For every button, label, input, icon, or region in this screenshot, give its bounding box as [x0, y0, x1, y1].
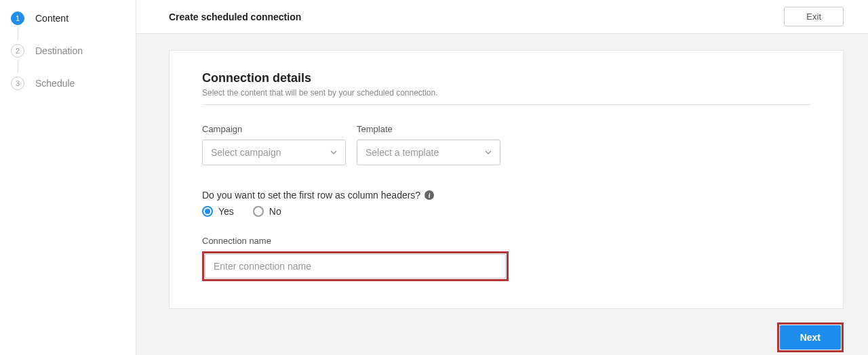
wizard-sidebar: 1 Content 2 Destination 3 Schedule — [0, 0, 136, 355]
step-label: Destination — [35, 45, 83, 56]
step-content[interactable]: 1 Content — [11, 8, 125, 28]
details-card: Connection details Select the content th… — [169, 50, 844, 309]
radio-no-label: No — [269, 206, 281, 217]
radio-yes-label: Yes — [218, 206, 234, 217]
next-button-highlight: Next — [777, 322, 844, 352]
connection-name-field: Connection name — [202, 236, 810, 281]
question-text: Do you want to set the first row as colu… — [202, 190, 420, 201]
campaign-field: Campaign Select campaign — [202, 124, 346, 165]
radio-no[interactable]: No — [253, 206, 281, 217]
radio-dot — [205, 209, 210, 214]
page-header: Create scheduled connection Exit — [136, 0, 868, 34]
section-subtitle: Select the content that will be sent by … — [202, 88, 810, 105]
connection-name-input[interactable] — [205, 254, 506, 278]
step-connector — [18, 28, 18, 41]
step-number: 1 — [11, 12, 24, 25]
chevron-down-icon — [330, 149, 337, 156]
campaign-select[interactable]: Select campaign — [202, 140, 346, 165]
step-schedule[interactable]: 3 Schedule — [11, 73, 125, 93]
template-select[interactable]: Select a template — [357, 140, 500, 165]
radio-circle — [253, 206, 264, 217]
step-number: 2 — [11, 44, 24, 58]
campaign-label: Campaign — [202, 124, 346, 134]
connection-name-label: Connection name — [202, 236, 810, 246]
radio-circle — [202, 206, 213, 217]
radio-yes[interactable]: Yes — [202, 206, 234, 217]
campaign-placeholder: Select campaign — [211, 147, 281, 158]
step-number: 3 — [11, 77, 24, 90]
section-title: Connection details — [202, 71, 810, 85]
next-button[interactable]: Next — [780, 325, 841, 350]
info-icon[interactable]: i — [425, 190, 434, 200]
template-field: Template Select a template — [357, 124, 500, 165]
step-label: Content — [35, 13, 68, 24]
content-area: Connection details Select the content th… — [136, 34, 868, 355]
template-label: Template — [357, 124, 500, 134]
page-title: Create scheduled connection — [169, 12, 301, 22]
header-row-question: Do you want to set the first row as colu… — [202, 190, 810, 201]
step-destination[interactable]: 2 Destination — [11, 41, 125, 61]
chevron-down-icon — [485, 149, 492, 156]
exit-button[interactable]: Exit — [784, 7, 844, 26]
step-connector — [18, 61, 18, 73]
step-label: Schedule — [35, 78, 75, 89]
template-placeholder: Select a template — [366, 147, 439, 158]
connection-name-highlight — [202, 251, 509, 281]
